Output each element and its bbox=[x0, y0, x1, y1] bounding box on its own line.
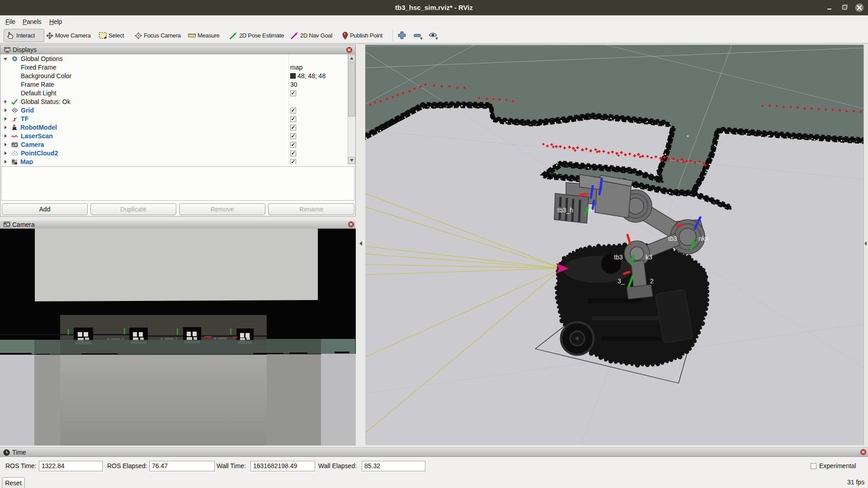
svg-text:k3: k3 bbox=[646, 253, 652, 261]
svg-text:tb3: tb3 bbox=[614, 253, 623, 261]
svg-text:3_: 3_ bbox=[618, 277, 625, 285]
svg-text:ar_marker: ar_marker bbox=[214, 337, 227, 340]
svg-text:nk4: nk4 bbox=[698, 235, 709, 242]
svg-text:tb3_h: tb3_h bbox=[557, 206, 573, 214]
svg-text:n: n bbox=[589, 206, 592, 214]
svg-text:2: 2 bbox=[650, 277, 654, 285]
svg-text:tb3: tb3 bbox=[668, 235, 677, 242]
